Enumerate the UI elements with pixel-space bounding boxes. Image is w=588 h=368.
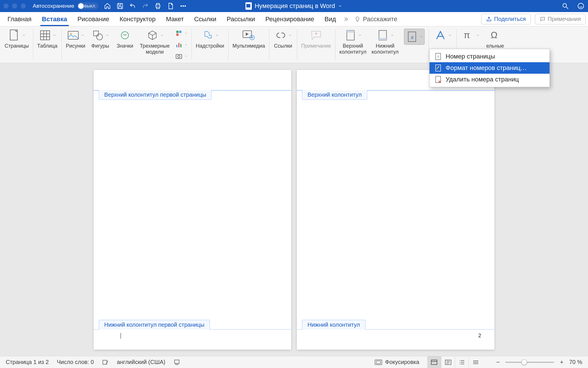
page2-footer-tag[interactable]: Нижний колонтитул — [302, 320, 365, 330]
svg-rect-39 — [376, 361, 381, 363]
group-pages: Страницы — [1, 26, 33, 63]
autosave-pill[interactable]: ВЫКЛ. — [77, 2, 98, 10]
menu-format-page-numbers[interactable]: Формат номеров страниц… — [430, 62, 550, 74]
illustrations-mini — [175, 29, 187, 61]
textbox-button[interactable] — [433, 29, 452, 42]
tab-insert[interactable]: Вставка — [37, 12, 72, 26]
zoom-thumb[interactable] — [521, 359, 527, 365]
status-bar: Страница 1 из 2 Число слов: 0 английский… — [0, 356, 588, 368]
zoom-controls: − + 70 % — [494, 359, 582, 366]
quick-access-toolbar — [104, 2, 187, 10]
document-area[interactable]: Верхний колонтитул первой страницы Нижни… — [0, 63, 588, 356]
focus-mode-button[interactable]: Фокусировка — [375, 359, 419, 365]
chart-button[interactable] — [175, 40, 187, 49]
comments-label: Примечания — [548, 16, 581, 22]
pictures-button[interactable]: Рисунки — [66, 29, 85, 49]
tab-home[interactable]: Главная — [2, 12, 37, 26]
redo-icon[interactable] — [142, 2, 149, 10]
maximize-window-button[interactable] — [21, 3, 26, 9]
share-label: Поделиться — [494, 16, 526, 22]
table-button[interactable]: Таблица — [37, 29, 58, 49]
group-table: Таблица — [33, 26, 62, 63]
bulb-icon — [354, 16, 361, 22]
shapes-button[interactable]: Фигуры — [90, 29, 110, 49]
group-illustrations: Рисунки Фигуры Значки Трехмерные модели — [62, 26, 192, 63]
home-icon[interactable] — [104, 2, 111, 10]
menu-remove-label: Удалить номера страниц — [446, 76, 519, 83]
shapes-label: Фигуры — [91, 43, 109, 49]
spellcheck-icon[interactable] — [102, 359, 109, 366]
view-web-layout[interactable] — [441, 356, 455, 368]
menu-page-number[interactable]: # Номер страницы — [430, 51, 550, 62]
tab-view[interactable]: Вид — [319, 12, 341, 26]
footer-button[interactable]: Нижний колонтитул — [372, 29, 399, 55]
chevron-down-icon — [338, 4, 343, 8]
zoom-percent[interactable]: 70 % — [569, 359, 582, 365]
comments-button[interactable]: Примечания — [535, 14, 586, 24]
view-draft[interactable] — [469, 356, 482, 368]
more-icon[interactable] — [179, 2, 187, 10]
save-icon[interactable] — [116, 2, 124, 10]
close-window-button[interactable] — [3, 3, 9, 9]
svg-point-4 — [185, 5, 185, 6]
page-number-menu: # Номер страницы Формат номеров страниц…… — [429, 49, 550, 87]
pages-button[interactable]: Страницы — [5, 29, 29, 49]
svg-rect-19 — [180, 44, 181, 47]
tab-mailings[interactable]: Рассылки — [222, 12, 260, 26]
document-title[interactable]: Нумерация страниц в Word — [245, 2, 343, 10]
tab-references[interactable]: Ссылки — [189, 12, 221, 26]
ribbon-right-actions: Поделиться Примечания — [481, 14, 586, 24]
menu-remove-page-numbers[interactable]: Удалить номера страниц — [430, 74, 550, 85]
view-outline[interactable] — [455, 356, 469, 368]
autosave-toggle[interactable]: Автосохранение ВЫКЛ. — [33, 2, 98, 10]
addins-button[interactable]: Надстройки — [196, 29, 224, 49]
screenshot-button[interactable] — [175, 52, 187, 61]
svg-rect-11 — [94, 31, 98, 36]
header-button[interactable]: Верхний колонтитул — [339, 29, 366, 55]
tabs-overflow-icon[interactable] — [341, 16, 351, 22]
models3d-button[interactable]: Трехмерные модели — [140, 29, 170, 55]
page-1[interactable]: Верхний колонтитул первой страницы Нижни… — [94, 70, 291, 350]
media-button[interactable]: Мультимедиа — [233, 29, 265, 49]
comment-label: Примечание — [301, 43, 331, 49]
view-print-layout[interactable] — [427, 356, 441, 368]
minimize-window-button[interactable] — [12, 3, 17, 9]
status-language[interactable]: английский (США) — [117, 359, 165, 365]
print-icon[interactable] — [154, 2, 162, 10]
tab-review[interactable]: Рецензирование — [260, 12, 319, 26]
svg-rect-0 — [117, 3, 123, 9]
smartart-button[interactable] — [175, 29, 187, 38]
new-doc-icon[interactable] — [167, 2, 174, 10]
share-button[interactable]: Поделиться — [481, 14, 531, 24]
tab-layout[interactable]: Макет — [161, 12, 189, 26]
page1-header-tag[interactable]: Верхний колонтитул первой страницы — [99, 90, 212, 100]
tab-design[interactable]: Конструктор — [114, 12, 160, 26]
zoom-slider[interactable] — [505, 362, 554, 363]
search-icon[interactable] — [562, 2, 569, 10]
group-addins: Надстройки — [192, 26, 228, 63]
status-page[interactable]: Страница 1 из 2 — [6, 359, 49, 365]
tab-draw[interactable]: Рисование — [72, 12, 115, 26]
equation-button[interactable]: π — [461, 29, 480, 42]
tell-me[interactable]: Расскажите — [354, 15, 397, 23]
page1-footer-tag[interactable]: Нижний колонтитул первой страницы — [99, 320, 210, 330]
svg-point-12 — [96, 34, 102, 40]
smile-icon[interactable] — [577, 2, 585, 10]
accessibility-icon[interactable] — [173, 359, 180, 366]
status-words[interactable]: Число слов: 0 — [57, 359, 94, 365]
models3d-label: Трехмерные модели — [140, 43, 170, 55]
icons-button[interactable]: Значки — [115, 29, 135, 49]
svg-rect-27 — [379, 38, 386, 40]
links-label: Ссылки — [274, 43, 292, 49]
zoom-in-button[interactable]: + — [558, 359, 565, 366]
page-number-icon: # — [435, 52, 442, 61]
titlebar-right — [562, 2, 585, 10]
page2-header-tag[interactable]: Верхний колонтитул — [302, 90, 367, 100]
page-number-button[interactable]: # — [404, 29, 425, 45]
group-media: Мультимедиа — [229, 26, 269, 63]
links-button[interactable]: Ссылки — [273, 29, 293, 49]
page-2[interactable]: Верхний колонтитул Нижний колонтитул 2 — [297, 70, 494, 350]
zoom-out-button[interactable]: − — [494, 359, 501, 366]
table-label: Таблица — [37, 43, 58, 49]
undo-icon[interactable] — [129, 2, 136, 10]
